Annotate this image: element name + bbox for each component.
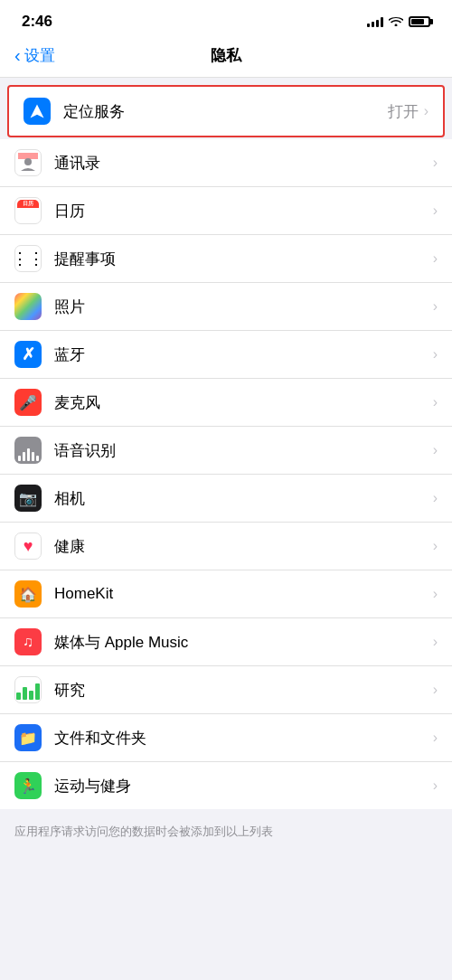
contacts-icon <box>14 149 42 176</box>
list-item[interactable]: 语音识别 › <box>0 427 452 475</box>
reminders-icon: ⋮⋮ <box>14 245 42 272</box>
item-label: 麦克风 <box>54 392 433 413</box>
chevron-icon: › <box>433 586 438 602</box>
photos-icon <box>14 293 42 320</box>
list-item[interactable]: 照片 › <box>0 283 452 331</box>
menu-list: 通讯录 › 日历 日历 › ⋮⋮ 提醒事项 › <box>0 139 452 809</box>
status-icons <box>367 14 430 29</box>
list-item[interactable]: 研究 › <box>0 666 452 714</box>
chevron-icon: › <box>433 442 438 458</box>
chevron-icon: › <box>433 634 438 650</box>
settings-list: 定位服务 打开 › 通讯录 › 日历 <box>0 85 452 847</box>
item-label: 研究 <box>54 680 433 701</box>
item-label: 提醒事项 <box>54 249 433 269</box>
list-item[interactable]: 📷 相机 › <box>0 475 452 523</box>
camera-icon: 📷 <box>14 485 42 512</box>
bluetooth-icon: ✗ <box>14 341 42 368</box>
back-button[interactable]: ‹ 设置 <box>14 45 55 66</box>
files-icon: 📁 <box>14 724 42 751</box>
list-item[interactable]: 🏠 HomeKit › <box>0 570 452 618</box>
location-services-item[interactable]: 定位服务 打开 › <box>7 85 445 137</box>
list-item[interactable]: 通讯录 › <box>0 139 452 187</box>
item-label: 运动与健身 <box>54 776 433 796</box>
battery-icon <box>409 16 430 27</box>
calendar-icon: 日历 <box>14 197 42 224</box>
chevron-icon: › <box>433 730 438 746</box>
chevron-icon: › <box>433 538 438 554</box>
list-item[interactable]: ✗ 蓝牙 › <box>0 331 452 379</box>
svg-point-3 <box>24 158 32 165</box>
chevron-icon: › <box>433 682 438 698</box>
microphone-icon: 🎤 <box>14 389 42 416</box>
fitness-icon: 🏃 <box>14 772 42 799</box>
bottom-note: 应用程序请求访问您的数据时会被添加到以上列表 <box>0 816 452 847</box>
speech-icon <box>14 437 42 464</box>
list-item[interactable]: 🏃 运动与健身 › <box>0 762 452 809</box>
list-item[interactable]: ♫ 媒体与 Apple Music › <box>0 618 452 666</box>
location-icon <box>24 98 51 125</box>
chevron-icon: › <box>433 394 438 410</box>
list-item[interactable]: 日历 日历 › <box>0 187 452 235</box>
health-icon: ♥ <box>14 532 42 560</box>
homekit-icon: 🏠 <box>14 580 42 608</box>
chevron-icon: › <box>433 155 438 171</box>
signal-icon <box>367 16 383 27</box>
list-item[interactable]: ♥ 健康 › <box>0 523 452 570</box>
nav-bar: ‹ 设置 隐私 <box>0 38 452 78</box>
location-value: 打开 <box>388 101 419 122</box>
list-item[interactable]: 📁 文件和文件夹 › <box>0 714 452 762</box>
item-label: 相机 <box>54 488 433 509</box>
chevron-icon: › <box>433 203 438 219</box>
status-time: 2:46 <box>22 13 52 31</box>
status-bar: 2:46 <box>0 0 452 38</box>
chevron-icon: › <box>433 346 438 363</box>
chevron-icon: › <box>433 777 438 794</box>
chevron-icon: › <box>433 490 438 506</box>
item-label: 日历 <box>54 201 433 221</box>
svg-rect-2 <box>18 153 38 159</box>
media-icon: ♫ <box>14 628 42 655</box>
item-label: 健康 <box>54 536 433 557</box>
location-label: 定位服务 <box>63 101 388 122</box>
item-label: 语音识别 <box>54 440 433 461</box>
bottom-note-text: 应用程序请求访问您的数据时会被添加到以上列表 <box>14 825 273 838</box>
wifi-icon <box>389 14 403 29</box>
back-label: 设置 <box>24 45 55 66</box>
item-label: 通讯录 <box>54 153 433 174</box>
research-icon <box>14 676 42 703</box>
item-label: 照片 <box>54 297 433 317</box>
back-chevron-icon: ‹ <box>14 46 21 64</box>
list-item[interactable]: 🎤 麦克风 › <box>0 379 452 427</box>
chevron-icon: › <box>433 298 438 315</box>
location-arrow-icon <box>29 103 45 119</box>
item-label: HomeKit <box>54 585 433 603</box>
chevron-icon: › <box>433 250 438 267</box>
list-item[interactable]: ⋮⋮ 提醒事项 › <box>0 235 452 283</box>
item-label: 蓝牙 <box>54 344 433 365</box>
item-label: 媒体与 Apple Music <box>54 632 433 653</box>
page-title: 隐私 <box>211 45 241 66</box>
item-label: 文件和文件夹 <box>54 728 433 749</box>
location-chevron-icon: › <box>424 103 428 119</box>
